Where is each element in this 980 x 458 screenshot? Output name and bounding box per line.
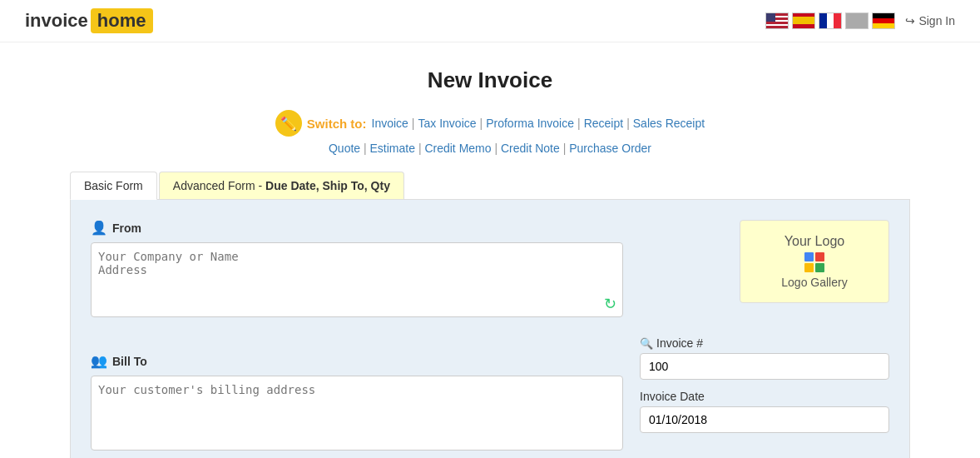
flag-es[interactable] — [792, 12, 815, 29]
invoice-date-input[interactable] — [640, 406, 889, 433]
tab-advanced-form[interactable]: Advanced Form - Due Date, Ship To, Qty — [159, 172, 404, 199]
bill-to-textarea[interactable] — [91, 376, 623, 451]
flag-de[interactable] — [872, 12, 895, 29]
logo-box-title: Your Logo — [784, 234, 844, 249]
bill-to-section: 👥 Bill To — [91, 353, 623, 453]
switch-proforma-invoice[interactable]: Proforma Invoice — [486, 117, 574, 130]
switch-icon: ✏️ — [275, 110, 302, 137]
invoice-date-label: Invoice Date — [640, 390, 889, 403]
from-section: 👤 From ↻ — [91, 220, 623, 320]
refresh-icon[interactable]: ↻ — [604, 295, 616, 313]
header-right: ↪ Sign In — [765, 12, 955, 29]
switch-container: ✏️ Switch to: Invoice | Tax Invoice | Pr… — [70, 110, 910, 155]
logo-color-yellow — [804, 263, 814, 272]
form-top-grid: 👤 From ↻ Your Logo — [91, 220, 889, 320]
bill-to-label: 👥 Bill To — [91, 353, 623, 369]
invoice-fields: 🔍 Invoice # Invoice Date — [640, 336, 889, 453]
tab-basic-form[interactable]: Basic Form — [70, 172, 157, 200]
switch-purchase-order[interactable]: Purchase Order — [569, 142, 651, 155]
form-area: 👤 From ↻ Your Logo — [70, 200, 910, 458]
switch-credit-memo[interactable]: Credit Memo — [424, 142, 491, 155]
logo-home-text: home — [91, 8, 153, 33]
sign-in-link[interactable]: ↪ Sign In — [905, 14, 955, 27]
logo-container: invoice home — [25, 8, 153, 33]
switch-receipt[interactable]: Receipt — [584, 117, 623, 130]
app-header: invoice home ↪ Sign In — [0, 0, 980, 42]
invoice-date-group: Invoice Date — [640, 390, 889, 433]
from-label: 👤 From — [91, 220, 623, 236]
switch-sales-receipt[interactable]: Sales Receipt — [633, 117, 705, 130]
switch-invoice[interactable]: Invoice — [372, 117, 408, 130]
search-icon: 🔍 — [640, 337, 653, 350]
logo-box[interactable]: Your Logo Logo Gallery — [740, 220, 889, 303]
from-textarea-wrapper: ↻ — [91, 242, 623, 320]
switch-estimate[interactable]: Estimate — [370, 142, 415, 155]
from-textarea[interactable] — [91, 242, 623, 317]
switch-links-row2: Quote | Estimate | Credit Memo | Credit … — [70, 142, 910, 155]
flag-fr[interactable] — [819, 12, 842, 29]
logo-color-green — [815, 263, 824, 272]
bill-to-icon: 👥 — [91, 353, 107, 369]
switch-row: ✏️ Switch to: Invoice | Tax Invoice | Pr… — [70, 110, 910, 137]
sign-in-arrow: ↪ — [905, 14, 915, 27]
main-content: New Invoice ✏️ Switch to: Invoice | Tax … — [53, 42, 927, 458]
invoice-number-label: 🔍 Invoice # — [640, 336, 889, 350]
logo-color-grid — [804, 252, 824, 272]
flag-us[interactable] — [765, 12, 789, 29]
switch-tax-invoice[interactable]: Tax Invoice — [418, 117, 477, 130]
switch-links-row1: Invoice | Tax Invoice | Proforma Invoice… — [372, 117, 705, 130]
logo-color-red — [815, 252, 824, 261]
logo-color-blue — [804, 252, 814, 261]
from-icon: 👤 — [91, 220, 107, 236]
switch-credit-note[interactable]: Credit Note — [501, 142, 560, 155]
flag-unknown[interactable] — [845, 12, 869, 29]
invoice-number-group: 🔍 Invoice # — [640, 336, 889, 380]
logo-box-subtitle: Logo Gallery — [781, 276, 847, 289]
sign-in-label: Sign In — [918, 14, 955, 27]
switch-quote[interactable]: Quote — [329, 142, 360, 155]
switch-to-label: Switch to: — [307, 117, 367, 131]
logo-invoice-text: invoice — [25, 10, 88, 32]
page-title: New Invoice — [70, 67, 910, 93]
form-bottom-grid: 👥 Bill To 🔍 Invoice # Invoice Date — [91, 336, 889, 453]
logo-section: Your Logo Logo Gallery — [640, 220, 889, 320]
tabs-container: Basic Form Advanced Form - Due Date, Shi… — [70, 172, 910, 200]
invoice-number-input[interactable] — [640, 353, 889, 380]
flag-container — [765, 12, 895, 29]
